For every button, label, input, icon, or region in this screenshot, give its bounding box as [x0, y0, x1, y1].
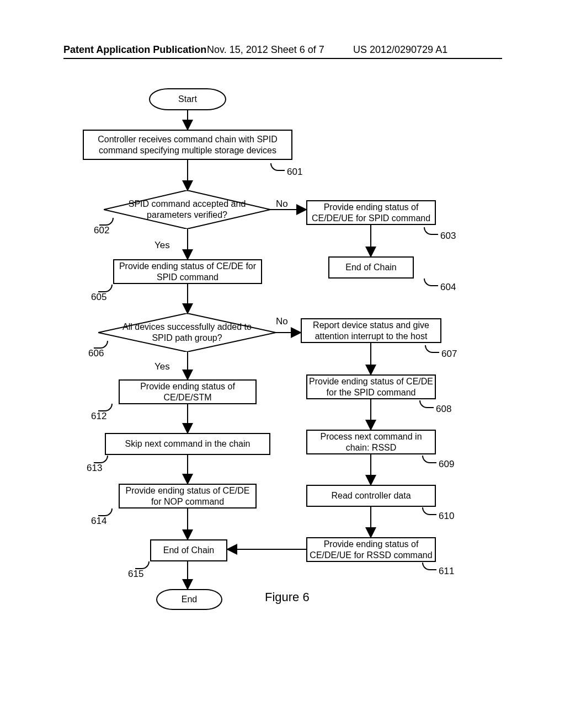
- header-right: US 2012/0290729 A1: [353, 44, 447, 56]
- text-606: All devices successfully added to SPID p…: [98, 322, 276, 344]
- header-rule: [63, 58, 502, 59]
- text-602: SPID command accepted and parameters ver…: [104, 199, 270, 221]
- header-center: Nov. 15, 2012 Sheet 6 of 7: [207, 44, 324, 56]
- flowchart: Start Controller receives command chain …: [0, 83, 565, 728]
- arrows: [0, 83, 565, 634]
- header-left: Patent Application Publication: [63, 44, 206, 56]
